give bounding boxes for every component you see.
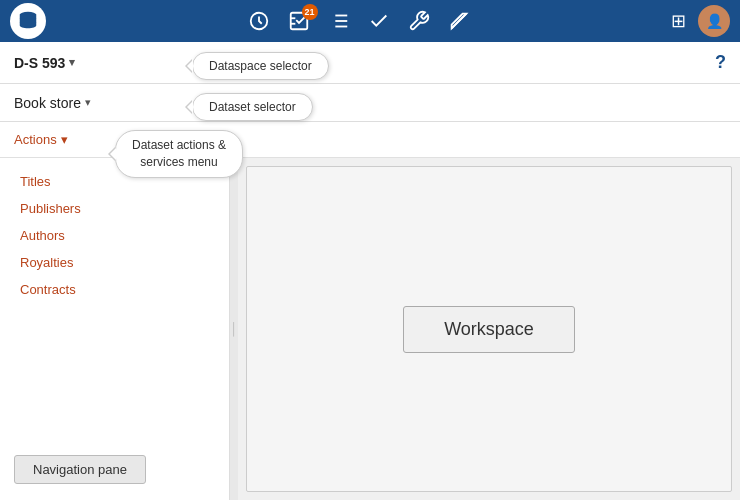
nav-item-royalties[interactable]: Royalties <box>0 249 229 276</box>
dataset-row: Book store ▾ <box>0 84 740 122</box>
tool-icon-button[interactable] <box>448 10 470 32</box>
resize-handle[interactable] <box>230 158 238 500</box>
topbar-icons-center: 21 <box>248 10 470 32</box>
dataset-selector[interactable]: Book store ▾ <box>14 95 91 111</box>
db-icon-button[interactable] <box>10 3 46 39</box>
check-icon-button[interactable] <box>368 10 390 32</box>
actions-row: Actions ▾ <box>0 122 740 158</box>
grid-icon-button[interactable]: ⊞ <box>671 10 686 32</box>
clock-icon-button[interactable] <box>248 10 270 32</box>
navigation-pane-label[interactable]: Navigation pane <box>14 455 146 484</box>
dataset-label: Book store <box>14 95 81 111</box>
dataspace-dropdown-arrow: ▾ <box>69 56 75 69</box>
actions-menu-button[interactable]: Actions ▾ <box>14 132 68 147</box>
list-icon-button[interactable] <box>328 10 350 32</box>
nav-item-publishers[interactable]: Publishers <box>0 195 229 222</box>
nav-item-titles[interactable]: Titles <box>0 168 229 195</box>
main-layout: Titles Publishers Authors Royalties Cont… <box>0 158 740 500</box>
dataspace-selector[interactable]: D-S 593 ▾ <box>14 55 75 71</box>
settings-icon-button[interactable] <box>408 10 430 32</box>
dataset-dropdown-arrow: ▾ <box>85 96 91 109</box>
subheader-bar: D-S 593 ▾ ? <box>0 42 740 84</box>
actions-label: Actions <box>14 132 57 147</box>
actions-dropdown-arrow: ▾ <box>61 132 68 147</box>
dataspace-label: D-S 593 <box>14 55 65 71</box>
nav-item-contracts[interactable]: Contracts <box>0 276 229 303</box>
workspace-area: Workspace <box>246 166 732 492</box>
notification-badge: 21 <box>302 4 318 20</box>
help-button[interactable]: ? <box>715 52 726 73</box>
top-navigation-bar: 21 <box>0 0 740 42</box>
user-avatar[interactable]: 👤 <box>698 5 730 37</box>
left-navigation-pane: Titles Publishers Authors Royalties Cont… <box>0 158 230 500</box>
workspace-button[interactable]: Workspace <box>403 306 575 353</box>
topbar-right: ⊞ 👤 <box>671 5 730 37</box>
tasklist-icon-button[interactable]: 21 <box>288 10 310 32</box>
nav-item-authors[interactable]: Authors <box>0 222 229 249</box>
